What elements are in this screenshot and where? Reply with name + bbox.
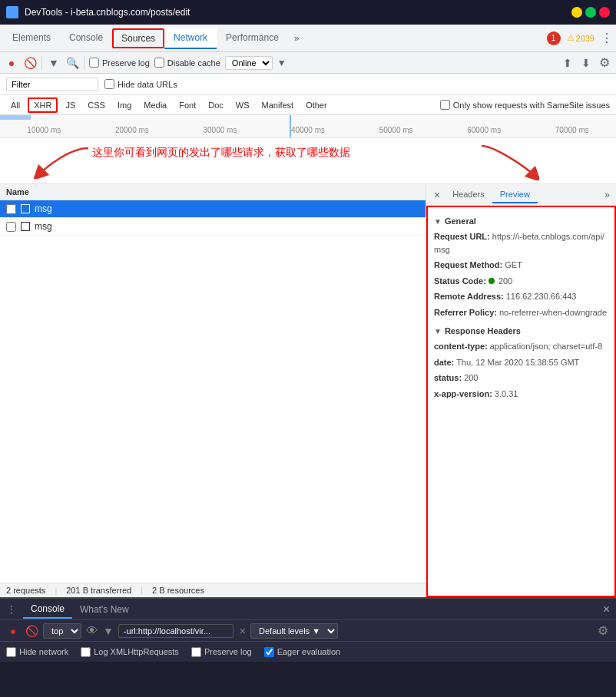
filter-all[interactable]: All <box>6 99 25 111</box>
console-record-btn[interactable]: ● <box>6 624 20 638</box>
console-settings-btn[interactable]: ⚙ <box>596 624 610 638</box>
request-checkbox-1[interactable] <box>6 204 16 214</box>
status-bar: 2 requests | 201 B transferred | 2 B res… <box>0 583 426 597</box>
filter-img[interactable]: Img <box>113 99 136 111</box>
export-button[interactable]: ⬇ <box>579 56 593 70</box>
hide-network-option[interactable]: Hide network <box>6 647 68 657</box>
timeline-marker-1: 10000 ms <box>0 126 88 134</box>
maximize-button[interactable] <box>585 7 596 18</box>
request-url-row: Request URL: https://i-beta.cnblogs.com/… <box>434 230 608 256</box>
tab-performance[interactable]: Performance <box>217 28 288 49</box>
clear-button[interactable]: 🚫 <box>23 56 37 70</box>
status-resources: 2 B resources <box>152 586 204 595</box>
throttle-select[interactable]: Online <box>225 56 273 70</box>
timeline-markers: 10000 ms 20000 ms 30000 ms 40000 ms 5000… <box>0 115 616 137</box>
console-input-clear[interactable]: × <box>240 625 246 637</box>
titlebar-title: DevTools - i-beta.cnblogs.com/posts/edit <box>25 7 565 18</box>
details-close-button[interactable]: × <box>429 187 445 203</box>
more-options-icon[interactable]: ⋮ <box>601 31 613 45</box>
filter-button[interactable]: ▼ <box>47 56 61 70</box>
preserve-log-checkbox[interactable]: Preserve log <box>89 58 150 68</box>
request-item-selected[interactable]: msg <box>0 200 426 218</box>
general-section-title: ▼ General <box>434 216 608 226</box>
details-tab-headers[interactable]: Headers <box>445 187 492 203</box>
disable-cache-checkbox[interactable]: Disable cache <box>154 58 220 68</box>
filter-js[interactable]: JS <box>61 99 80 111</box>
devtools-icon <box>6 6 18 18</box>
import-button[interactable]: ⬆ <box>561 56 575 70</box>
filter-doc[interactable]: Doc <box>204 99 228 111</box>
console-filter-input[interactable] <box>118 624 233 638</box>
filter-row: Hide data URLs <box>0 74 616 95</box>
tab-elements[interactable]: Elements <box>3 28 60 49</box>
console-eye-icon[interactable]: 👁 <box>86 624 98 638</box>
timeline-marker-4: 40000 ms <box>264 126 353 134</box>
timeline-marker-5: 50000 ms <box>352 126 440 134</box>
request-icon-2 <box>21 222 30 231</box>
referrer-value: no-referrer-when-downgrade <box>499 308 607 317</box>
content-type-value: application/json; charset=utf-8 <box>490 342 602 351</box>
date-label: date: <box>434 358 454 367</box>
timeline-marker-7: 70000 ms <box>528 126 616 134</box>
log-xhr-option[interactable]: Log XMLHttpRequests <box>81 647 179 657</box>
request-item-2[interactable]: msg <box>0 218 426 236</box>
samsite-checkbox[interactable]: Only show requests with SameSite issues <box>440 100 610 110</box>
status-value: 200 <box>498 276 512 286</box>
console-levels-select[interactable]: Default levels ▼ <box>250 623 338 639</box>
details-tab-more[interactable]: » <box>601 187 613 203</box>
console-tab-whatsnew[interactable]: What's New <box>72 601 137 618</box>
close-button[interactable] <box>599 7 610 18</box>
method-value: GET <box>505 260 522 269</box>
annotation-area: 这里你可看到网页的发出了哪些请求，获取了哪些数据 <box>0 138 616 184</box>
method-row: Request Method: GET <box>434 259 608 272</box>
filter-manifest[interactable]: Manifest <box>257 99 299 111</box>
content-type-row: content-type: application/json; charset=… <box>434 340 608 353</box>
filter-css[interactable]: CSS <box>83 99 110 111</box>
request-list-header: Name <box>0 184 426 200</box>
toolbar-separator-2 <box>84 56 84 70</box>
details-content: ▼ General Request URL: https://i-beta.cn… <box>426 206 616 597</box>
filter-font[interactable]: Font <box>174 99 200 111</box>
preserve-log-option[interactable]: Preserve log <box>191 647 252 657</box>
tab-network[interactable]: Network <box>164 28 217 49</box>
response-title: Response Headers <box>445 326 521 335</box>
date-value: Thu, 12 Mar 2020 15:38:55 GMT <box>456 358 579 367</box>
resp-status-row: status: 200 <box>434 372 608 385</box>
settings-button[interactable]: ⚙ <box>598 56 611 70</box>
tab-sources[interactable]: Sources <box>112 28 164 48</box>
annotation-text: 这里你可看到网页的发出了哪些请求，获取了哪些数据 <box>92 146 350 160</box>
status-row: Status Code: 200 <box>434 275 608 288</box>
hide-data-urls-checkbox[interactable]: Hide data URLs <box>104 79 177 89</box>
console-clear-btn[interactable]: 🚫 <box>25 624 38 638</box>
status-transferred: 201 B transferred <box>66 586 131 595</box>
filter-ws[interactable]: WS <box>231 99 254 111</box>
toolbar-right: ⬆ ⬇ ⚙ <box>561 56 611 70</box>
type-filter-row: All XHR JS CSS Img Media Font Doc WS Man… <box>0 95 616 115</box>
content-type-label: content-type: <box>434 342 488 351</box>
toolbar-separator <box>41 56 42 70</box>
search-button[interactable]: 🔍 <box>65 56 79 70</box>
filter-input[interactable] <box>6 78 98 91</box>
resp-status-label: status: <box>434 373 462 382</box>
details-tab-preview[interactable]: Preview <box>492 187 538 203</box>
console-drag-icon[interactable]: ⋮ <box>6 603 17 616</box>
tab-console[interactable]: Console <box>60 28 112 49</box>
general-triangle: ▼ <box>434 217 442 226</box>
record-button[interactable]: ● <box>5 56 18 70</box>
warn-badge: ⚠ 2039 <box>567 33 594 43</box>
response-section-title: ▼ Response Headers <box>434 326 608 335</box>
titlebar-controls <box>571 7 610 18</box>
tabs-more-button[interactable]: » <box>291 30 303 47</box>
console-context-select[interactable]: top <box>43 623 81 639</box>
console-options: Hide network Log XMLHttpRequests Preserv… <box>0 642 616 662</box>
request-icon-1 <box>21 204 30 213</box>
request-checkbox-2[interactable] <box>6 222 16 232</box>
filter-other[interactable]: Other <box>301 99 332 111</box>
eager-eval-option[interactable]: Eager evaluation <box>264 647 341 657</box>
console-tab-console[interactable]: Console <box>23 600 72 619</box>
console-close-button[interactable]: × <box>603 603 610 616</box>
filter-media[interactable]: Media <box>139 99 171 111</box>
filter-xhr[interactable]: XHR <box>28 97 58 113</box>
status-requests: 2 requests <box>6 586 45 595</box>
minimize-button[interactable] <box>571 7 582 18</box>
